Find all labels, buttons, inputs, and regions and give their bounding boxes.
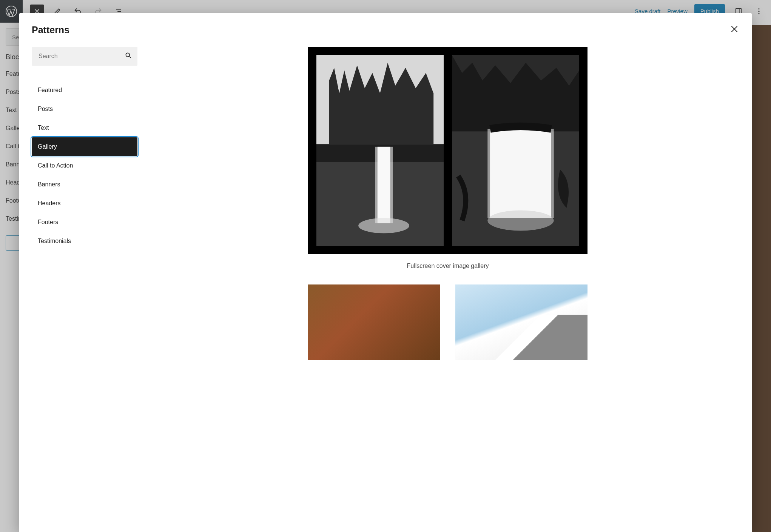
- category-featured[interactable]: Featured: [32, 81, 137, 100]
- pattern-search-wrap: [32, 47, 137, 66]
- pattern-preview-thumb[interactable]: [308, 284, 440, 360]
- modal-header: Patterns: [19, 13, 752, 39]
- pattern-results: Fullscreen cover image gallery: [156, 47, 739, 532]
- search-icon: [125, 52, 132, 61]
- pattern-category-column: Featured Posts Text Gallery Call to Acti…: [32, 47, 137, 532]
- pattern-preview-thumb[interactable]: [455, 284, 588, 360]
- category-text[interactable]: Text: [32, 118, 137, 137]
- svg-rect-10: [375, 147, 393, 223]
- svg-point-11: [358, 218, 409, 233]
- patterns-modal: Patterns Featured Posts Text Gallery Cal…: [19, 13, 752, 532]
- close-icon: [729, 24, 739, 34]
- pattern-row-2: [308, 284, 588, 360]
- pattern-label: Fullscreen cover image gallery: [308, 254, 588, 284]
- category-posts[interactable]: Posts: [32, 100, 137, 118]
- svg-point-5: [126, 53, 130, 57]
- pattern-search-input[interactable]: [32, 47, 137, 66]
- pattern-card-fullscreen-gallery: Fullscreen cover image gallery: [308, 47, 588, 284]
- preview-image-left: [316, 55, 444, 246]
- modal-close-button[interactable]: [729, 24, 739, 35]
- modal-body: Featured Posts Text Gallery Call to Acti…: [19, 39, 752, 532]
- category-testimonials[interactable]: Testimonials: [32, 232, 137, 251]
- category-banners[interactable]: Banners: [32, 175, 137, 194]
- pattern-category-list: Featured Posts Text Gallery Call to Acti…: [32, 81, 137, 251]
- waterfall-image-icon: [452, 55, 579, 246]
- modal-title: Patterns: [32, 25, 69, 35]
- waterfall-image-icon: [316, 55, 444, 246]
- preview-image-right: [452, 55, 579, 246]
- category-call-to-action[interactable]: Call to Action: [32, 156, 137, 175]
- svg-point-16: [487, 211, 554, 231]
- pattern-preview[interactable]: [308, 47, 588, 254]
- category-gallery[interactable]: Gallery: [32, 137, 137, 156]
- svg-rect-15: [487, 129, 554, 218]
- category-headers[interactable]: Headers: [32, 194, 137, 213]
- category-footers[interactable]: Footers: [32, 213, 137, 232]
